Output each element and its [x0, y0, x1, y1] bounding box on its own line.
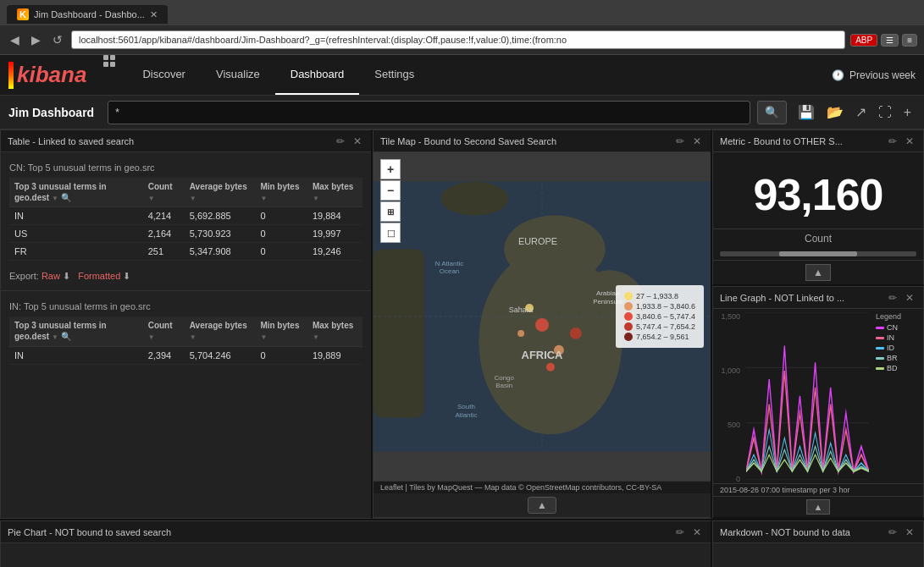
legend-item: 5,747.4 – 7,654.2: [624, 322, 695, 331]
map-close-button[interactable]: ✕: [690, 135, 704, 148]
add-panel-button[interactable]: +: [899, 102, 916, 122]
pie-close-button[interactable]: ✕: [690, 526, 704, 539]
nav-menu: Discover Visualize Dashboard Settings: [103, 55, 429, 95]
save-button[interactable]: 💾: [794, 102, 819, 122]
markdown-panel: Markdown - NOT bound to data ✏ ✕: [712, 520, 924, 567]
table-panel-header: Table - Linked to saved search ✏ ✕: [1, 130, 371, 152]
browser-tab[interactable]: K Jim Dashboard - Dashbo... ✕: [7, 5, 168, 24]
line-graph-nav: ▲: [713, 496, 923, 517]
layer-button[interactable]: ⬚: [380, 223, 401, 243]
nav-discover[interactable]: Discover: [127, 55, 201, 95]
extensions-button[interactable]: ☰: [881, 34, 899, 47]
map-container[interactable]: EUROPE Sahara Arabian Peninsula AFRICA C…: [373, 152, 711, 481]
legend-item: 27 – 1,933.8: [624, 292, 695, 300]
col2-dest: Top 3 unusual terms in geo.dest ▼ 🔍: [9, 317, 143, 346]
line-graph-close-button[interactable]: ✕: [903, 291, 916, 305]
table-scroll-area[interactable]: CN: Top 5 unusual terms in geo.src Top 3…: [1, 152, 371, 518]
kibana-logo-text: kibana: [17, 62, 86, 88]
nav-settings[interactable]: Settings: [359, 55, 429, 95]
browser-nav-bar: ◀ ▶ ↺ ABP ☰ ≡: [0, 25, 924, 54]
col-max-bytes: Max bytes ▼: [307, 178, 362, 207]
reload-button[interactable]: ↺: [49, 31, 66, 48]
line-graph-legend: Legend CNINIDBRBD: [872, 309, 923, 483]
legend-entry: ID: [876, 344, 920, 352]
pie-panel-title: Pie Chart - NOT bound to saved search: [8, 527, 673, 537]
metric-panel-actions: ✏ ✕: [886, 135, 916, 148]
line-graph-panel: Line Graph - NOT Linked to ... ✏ ✕ 1,500…: [712, 286, 924, 519]
share-button[interactable]: ↗: [851, 102, 871, 122]
map-panel: Tile Map - Bound to Second Saved Search …: [373, 129, 712, 519]
line-graph-edit-button[interactable]: ✏: [886, 291, 899, 305]
table2-body: IN2,3945,704.246019,889: [9, 346, 362, 364]
metric-edit-button[interactable]: ✏: [886, 135, 899, 148]
line-legend-entries: CNINIDBRBD: [876, 323, 920, 372]
export-row-1: Export: Raw ⬇ Formatted ⬇: [1, 266, 371, 287]
menu-button[interactable]: ≡: [902, 34, 917, 47]
back-button[interactable]: ◀: [7, 31, 23, 48]
metric-close-button[interactable]: ✕: [903, 135, 916, 148]
favicon-icon: K: [17, 8, 29, 20]
search-button[interactable]: 🔍: [757, 101, 787, 124]
abp-button[interactable]: ABP: [850, 34, 877, 47]
right-panels: Metric - Bound to OTHER S... ✏ ✕ 93,160 …: [712, 129, 924, 519]
export-label: Export:: [9, 271, 39, 281]
map-nav-prev-button[interactable]: ▲: [528, 497, 556, 514]
y-label-3: 500: [728, 421, 740, 429]
table-panel: Table - Linked to saved search ✏ ✕ CN: T…: [0, 129, 373, 519]
y-label-2: 1,000: [721, 366, 740, 375]
legend-entry: BR: [876, 354, 920, 362]
map-edit-button[interactable]: ✏: [673, 135, 687, 148]
metric-scrollbar-area: [713, 248, 923, 260]
table-edit-button[interactable]: ✏: [334, 135, 347, 148]
svg-text:Ocean: Ocean: [440, 267, 459, 275]
svg-text:N Atlantic: N Atlantic: [435, 260, 464, 267]
line-graph-panel-header: Line Graph - NOT Linked to ... ✏ ✕: [713, 287, 923, 309]
y-label-1: 1,500: [721, 312, 740, 321]
table-row: FR2515,347.908019,246: [9, 243, 362, 261]
table-row: IN4,2145,692.885019,884: [9, 207, 362, 225]
legend-entry: BD: [876, 364, 920, 372]
chart-timestamp-row: 2015-08-26 07:00 timestamp per 3 hor: [713, 483, 923, 496]
pie-edit-button[interactable]: ✏: [673, 526, 687, 539]
previous-week-button[interactable]: 🕐 Previous week: [832, 69, 916, 81]
data-table-1: Top 3 unusual terms in geo.dest ▼ 🔍 Coun…: [9, 178, 362, 261]
nav-dashboard[interactable]: Dashboard: [275, 55, 360, 95]
bottom-panels: Pie Chart - NOT bound to saved search ✏ …: [0, 519, 924, 567]
raw-export-link[interactable]: Raw: [41, 271, 60, 281]
pie-panel-header: Pie Chart - NOT bound to saved search ✏ …: [1, 521, 711, 543]
zoom-out-button[interactable]: −: [380, 180, 401, 201]
tab-close-button[interactable]: ✕: [150, 9, 158, 20]
col2-avg-bytes: Average bytes ▼: [185, 317, 256, 346]
zoom-in-button[interactable]: +: [380, 159, 401, 179]
table-row: US2,1645,730.923019,997: [9, 225, 362, 243]
line-graph-chart: [743, 309, 872, 483]
search-input[interactable]: [108, 101, 750, 124]
col-count: Count ▼: [143, 178, 185, 207]
y-axis: 1,500 1,000 500 0: [713, 309, 743, 483]
map-attribution: Leaflet | Tiles by MapQuest — Map data ©…: [373, 481, 711, 493]
metric-panel-header: Metric - Bound to OTHER S... ✏ ✕: [713, 130, 923, 152]
tab-title: Jim Dashboard - Dashbo...: [34, 9, 145, 19]
metric-scrollbar-track[interactable]: [720, 251, 916, 256]
kibana-logo-bar: [8, 62, 14, 89]
metric-panel-title: Metric - Bound to OTHER S...: [720, 136, 886, 146]
fullscreen-button[interactable]: ⛶: [874, 102, 896, 122]
map-panel-title: Tile Map - Bound to Second Saved Search: [380, 136, 673, 146]
nav-visualize[interactable]: Visualize: [201, 55, 275, 95]
forward-button[interactable]: ▶: [28, 31, 44, 48]
url-bar[interactable]: [71, 30, 845, 49]
markdown-edit-button[interactable]: ✏: [886, 526, 899, 539]
fit-bounds-button[interactable]: ⊞: [380, 201, 401, 222]
browser-chrome: K Jim Dashboard - Dashbo... ✕ ◀ ▶ ↺ ABP …: [0, 0, 924, 55]
col-avg-bytes: Average bytes ▼: [185, 178, 256, 207]
load-button[interactable]: 📂: [822, 102, 848, 122]
clock-icon: 🕐: [832, 69, 844, 81]
svg-point-12: [517, 330, 524, 337]
metric-nav-button[interactable]: ▲: [805, 264, 831, 281]
formatted-export-link[interactable]: Formatted: [78, 271, 120, 281]
pie-chart-panel: Pie Chart - NOT bound to saved search ✏ …: [0, 520, 712, 567]
table-close-button[interactable]: ✕: [351, 135, 364, 148]
markdown-close-button[interactable]: ✕: [903, 526, 916, 539]
table-row: IN2,3945,704.246019,889: [9, 346, 362, 364]
line-graph-nav-button[interactable]: ▲: [806, 499, 831, 515]
